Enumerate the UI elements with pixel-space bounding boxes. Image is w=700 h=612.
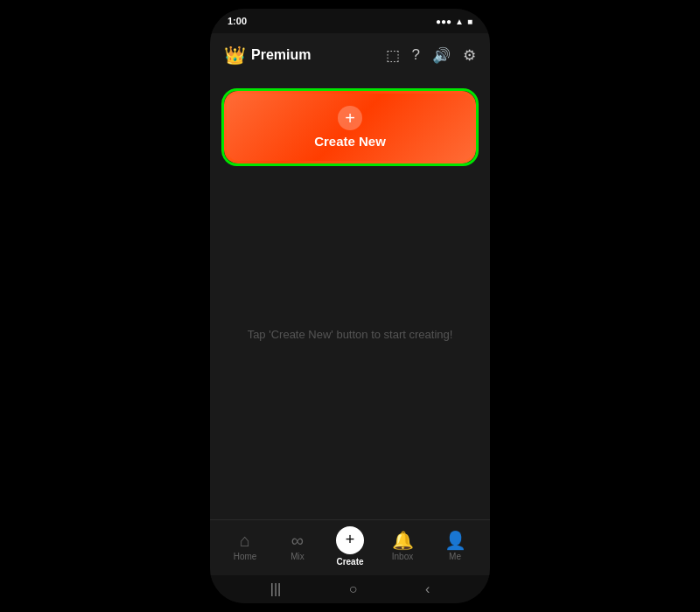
mix-label: Mix — [290, 552, 304, 561]
create-button-label: Create New — [314, 134, 386, 149]
top-nav-icons: ⬚ ? 🔊 ⚙ — [386, 46, 476, 65]
me-icon: 👤 — [444, 532, 466, 549]
brand-label: Premium — [251, 47, 311, 63]
create-button-container: + Create New — [224, 91, 476, 163]
status-bar: 1:00 ●●● ▲ ■ — [210, 9, 490, 33]
gesture-bars-icon: ||| — [270, 581, 281, 597]
empty-state: Tap 'Create New' button to start creatin… — [248, 163, 453, 505]
crown-icon: 👑 — [224, 45, 246, 66]
monitor-icon[interactable]: ⬚ — [386, 46, 400, 65]
signal-icon: ●●● — [436, 17, 452, 26]
status-time: 1:00 — [228, 16, 247, 26]
home-icon: ⌂ — [240, 532, 250, 549]
inbox-label: Inbox — [392, 552, 413, 561]
empty-state-text: Tap 'Create New' button to start creatin… — [248, 328, 453, 341]
status-icons: ●●● ▲ ■ — [436, 17, 472, 26]
nav-item-mix[interactable]: ∞ Mix — [276, 532, 318, 561]
bottom-nav: ⌂ Home ∞ Mix + Create 🔔 Inbox 👤 Me — [210, 519, 490, 575]
home-label: Home — [234, 552, 257, 561]
brand: 👑 Premium — [224, 45, 311, 66]
create-new-button[interactable]: + Create New — [227, 94, 473, 161]
nav-item-me[interactable]: 👤 Me — [434, 532, 476, 561]
gesture-bar: ||| ○ ‹ — [210, 575, 490, 603]
gesture-back-icon: ‹ — [425, 581, 430, 597]
inbox-icon: 🔔 — [392, 532, 414, 549]
plus-circle-icon: + — [338, 106, 362, 130]
wifi-icon: ▲ — [455, 17, 464, 26]
main-content: + Create New Tap 'Create New' button to … — [210, 77, 490, 519]
nav-item-inbox[interactable]: 🔔 Inbox — [382, 532, 424, 561]
me-label: Me — [449, 552, 461, 561]
battery-icon: ■ — [467, 17, 472, 26]
sound-icon[interactable]: 🔊 — [432, 46, 451, 65]
nav-item-create[interactable]: + Create — [329, 526, 371, 567]
create-label: Create — [336, 557, 363, 567]
plus-symbol: + — [345, 109, 355, 127]
gesture-circle-icon: ○ — [349, 581, 358, 597]
top-nav: 👑 Premium ⬚ ? 🔊 ⚙ — [210, 33, 490, 77]
settings-icon[interactable]: ⚙ — [463, 46, 476, 65]
help-icon[interactable]: ? — [412, 46, 420, 64]
mix-icon: ∞ — [291, 532, 304, 549]
create-nav-icon: + — [336, 526, 364, 554]
phone-frame: 1:00 ●●● ▲ ■ 👑 Premium ⬚ ? 🔊 ⚙ + — [210, 9, 490, 603]
nav-item-home[interactable]: ⌂ Home — [224, 532, 266, 561]
